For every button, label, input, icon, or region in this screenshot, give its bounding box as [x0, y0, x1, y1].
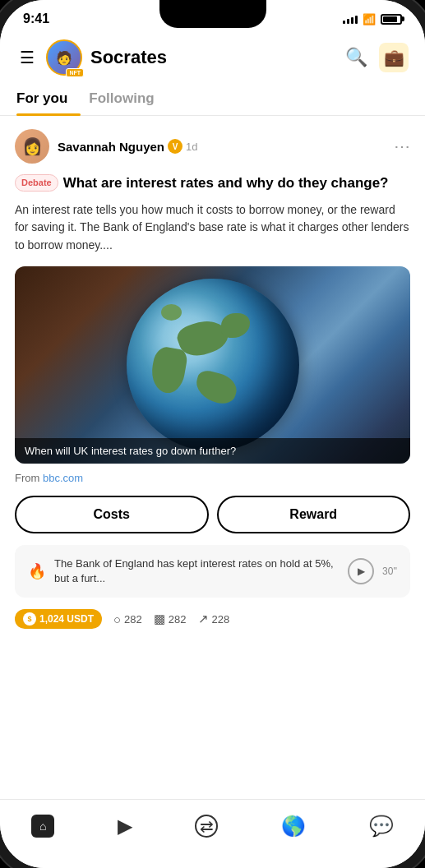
globe-visual [127, 279, 299, 451]
nav-play[interactable]: ▶ [108, 808, 142, 844]
post-excerpt: An interest rate tells you how much it c… [15, 201, 410, 255]
phone-frame: 9:41 📶 ☰ 🧑 NFT [0, 0, 425, 868]
wifi-icon: 📶 [363, 13, 376, 25]
post-header: 👩 Savannah Nguyen V 1d ⋯ [15, 129, 410, 164]
menu-icon[interactable]: ☰ [16, 44, 38, 71]
play-icon: ▶ [118, 815, 132, 838]
nft-badge: NFT [66, 68, 84, 77]
wallet-icon[interactable]: 💼 [379, 43, 409, 72]
comments-icon: ○ [113, 612, 121, 626]
source-line: From bbc.com [15, 472, 410, 484]
avatar[interactable]: 🧑 NFT [46, 39, 82, 76]
chat-icon: 💬 [369, 815, 394, 838]
costs-button[interactable]: Costs [15, 496, 209, 533]
content-area: 👩 Savannah Nguyen V 1d ⋯ Debate What are [0, 116, 425, 868]
globe-icon: 🌎 [281, 815, 306, 838]
debate-badge: Debate [15, 174, 58, 192]
audio-preview: 🔥 The Bank of England has kept interest … [15, 545, 410, 598]
debate-buttons: Costs Reward [15, 496, 410, 533]
nav-exchange[interactable]: ⇄ [185, 808, 228, 844]
status-icons: 📶 [343, 13, 402, 25]
post-image[interactable]: When will UK interest rates go down furt… [15, 266, 410, 464]
tab-for-you[interactable]: For you [16, 84, 81, 115]
header: ☰ 🧑 NFT Socrates 🔍 💼 [0, 33, 425, 84]
status-time: 9:41 [23, 12, 49, 26]
search-icon[interactable]: 🔍 [345, 47, 367, 68]
post-time: 1d [186, 141, 197, 153]
nav-chat[interactable]: 💬 [359, 808, 404, 844]
chart-icon: ▩ [154, 612, 165, 626]
post-author-name: Savannah Nguyen [58, 140, 164, 154]
audio-duration: 30'' [382, 566, 397, 577]
usdt-icon: $ [23, 612, 36, 626]
source-link[interactable]: bbc.com [43, 472, 83, 484]
nav-home[interactable]: ⌂ [21, 808, 64, 844]
share-stat[interactable]: ↗ 228 [198, 612, 230, 626]
battery-icon [381, 14, 402, 25]
post-author-info: Savannah Nguyen V 1d [58, 139, 394, 154]
post-footer: $ 1,024 USDT ○ 282 ▩ 282 ↗ 228 [15, 609, 410, 629]
fire-icon: 🔥 [28, 562, 46, 580]
more-options-icon[interactable]: ⋯ [394, 136, 410, 156]
audio-text: The Bank of England has kept interest ra… [54, 556, 340, 586]
image-caption: When will UK interest rates go down furt… [15, 438, 410, 464]
usdt-badge[interactable]: $ 1,024 USDT [15, 609, 102, 629]
post-author-avatar[interactable]: 👩 [15, 129, 49, 164]
header-actions: 🔍 💼 [345, 43, 409, 72]
reward-button[interactable]: Reward [217, 496, 411, 533]
post-title: Debate What are interest rates and why d… [15, 173, 410, 193]
verified-badge: V [168, 139, 182, 154]
views-stat[interactable]: ▩ 282 [154, 612, 187, 626]
audio-play-button[interactable]: ▶ [348, 558, 374, 584]
signal-icon [343, 14, 358, 24]
comments-stat[interactable]: ○ 282 [113, 612, 142, 626]
share-icon: ↗ [198, 612, 209, 626]
tab-bar: For you Following [0, 84, 425, 116]
bottom-nav: ⌂ ▶ ⇄ 🌎 💬 [0, 799, 425, 868]
notch [159, 0, 266, 28]
nav-globe[interactable]: 🌎 [271, 808, 316, 844]
exchange-icon: ⇄ [195, 815, 218, 838]
post-card: 👩 Savannah Nguyen V 1d ⋯ Debate What are [0, 116, 425, 642]
app-title: Socrates [90, 47, 337, 68]
home-icon: ⌂ [31, 815, 54, 838]
tab-following[interactable]: Following [89, 84, 167, 115]
